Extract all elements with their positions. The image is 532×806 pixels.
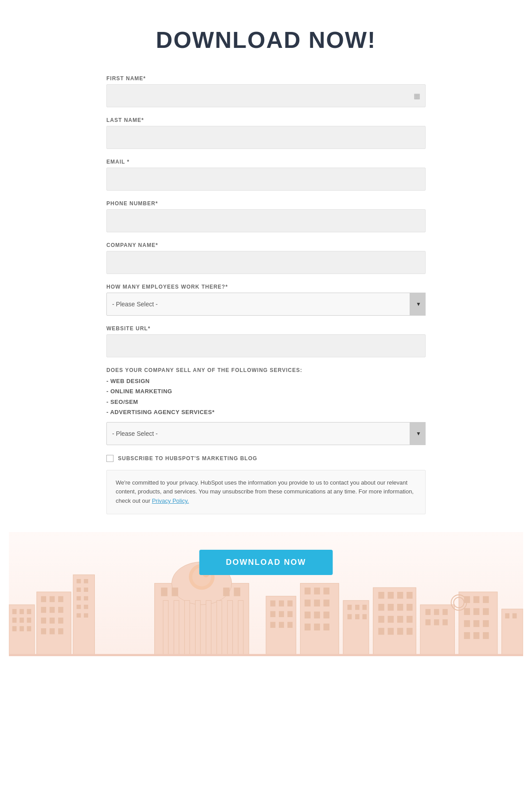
svg-rect-105 bbox=[434, 619, 439, 626]
last-name-input[interactable] bbox=[106, 126, 426, 149]
svg-rect-23 bbox=[58, 628, 63, 634]
svg-rect-116 bbox=[483, 620, 489, 627]
last-name-group: LAST NAME* bbox=[106, 117, 426, 149]
svg-rect-33 bbox=[77, 613, 81, 618]
svg-rect-61 bbox=[279, 622, 284, 628]
svg-rect-103 bbox=[442, 609, 448, 615]
svg-rect-81 bbox=[355, 614, 360, 619]
svg-rect-31 bbox=[77, 605, 81, 609]
svg-rect-115 bbox=[473, 620, 480, 627]
phone-input[interactable] bbox=[106, 209, 426, 232]
svg-rect-57 bbox=[270, 611, 276, 617]
svg-rect-18 bbox=[41, 618, 47, 624]
svg-rect-44 bbox=[196, 600, 201, 656]
employees-select[interactable]: - Please Select - 1-10 11-25 26-50 51-10… bbox=[106, 293, 426, 316]
svg-rect-50 bbox=[172, 587, 178, 596]
company-input[interactable] bbox=[106, 251, 426, 274]
svg-rect-110 bbox=[483, 596, 489, 603]
svg-rect-34 bbox=[84, 613, 88, 618]
svg-rect-109 bbox=[473, 596, 480, 603]
svg-rect-16 bbox=[50, 607, 55, 613]
employees-group: HOW MANY EMPLOYEES WORK THERE?* - Please… bbox=[106, 284, 426, 316]
svg-rect-17 bbox=[58, 607, 63, 613]
download-now-button[interactable]: DOWNLOAD NOW bbox=[200, 550, 333, 575]
svg-rect-5 bbox=[12, 618, 17, 623]
svg-rect-99 bbox=[407, 628, 413, 634]
first-name-group: FIRST NAME* ▦ bbox=[106, 75, 426, 107]
svg-rect-98 bbox=[397, 628, 403, 634]
svg-rect-48 bbox=[238, 600, 243, 656]
svg-rect-84 bbox=[378, 592, 384, 599]
svg-rect-15 bbox=[41, 607, 47, 613]
svg-rect-94 bbox=[397, 616, 403, 622]
first-name-label: FIRST NAME* bbox=[106, 75, 426, 82]
svg-rect-6 bbox=[20, 618, 24, 623]
svg-rect-89 bbox=[388, 604, 394, 610]
svg-rect-14 bbox=[58, 596, 63, 603]
svg-rect-25 bbox=[77, 579, 81, 583]
svg-rect-60 bbox=[270, 622, 276, 628]
svg-rect-123 bbox=[9, 654, 523, 656]
svg-rect-114 bbox=[464, 620, 470, 627]
svg-rect-93 bbox=[388, 616, 394, 622]
svg-rect-86 bbox=[397, 592, 403, 599]
svg-rect-49 bbox=[161, 587, 168, 596]
card-icon: ▦ bbox=[414, 92, 420, 100]
svg-rect-121 bbox=[505, 613, 509, 618]
svg-rect-13 bbox=[50, 596, 55, 603]
svg-rect-20 bbox=[58, 618, 63, 624]
services-group: DOES YOUR COMPANY SELL ANY OF THE FOLLOW… bbox=[106, 367, 426, 445]
form-container: FIRST NAME* ▦ LAST NAME* EMAIL * PHONE N… bbox=[106, 75, 426, 528]
email-input[interactable] bbox=[106, 168, 426, 191]
svg-rect-85 bbox=[388, 592, 394, 599]
svg-rect-10 bbox=[27, 626, 31, 631]
subscribe-checkbox[interactable] bbox=[106, 455, 113, 462]
svg-rect-19 bbox=[50, 618, 55, 624]
svg-rect-75 bbox=[324, 623, 330, 630]
email-label: EMAIL * bbox=[106, 159, 426, 165]
svg-rect-66 bbox=[324, 587, 330, 594]
services-select[interactable]: - Please Select - Yes No bbox=[106, 422, 426, 445]
svg-rect-32 bbox=[84, 605, 88, 609]
website-label: WEBSITE URL* bbox=[106, 325, 426, 332]
page-title: DOWNLOAD NOW! bbox=[156, 27, 376, 53]
svg-rect-42 bbox=[174, 600, 179, 656]
svg-rect-62 bbox=[287, 622, 293, 628]
subscribe-label: SUBSCRIBE TO HUBSPOT'S MARKETING BLOG bbox=[118, 455, 257, 462]
svg-rect-72 bbox=[324, 611, 330, 618]
phone-group: PHONE NUMBER* bbox=[106, 200, 426, 232]
svg-rect-73 bbox=[305, 623, 311, 630]
svg-rect-74 bbox=[314, 623, 320, 630]
svg-rect-4 bbox=[27, 609, 31, 614]
svg-rect-8 bbox=[12, 626, 17, 631]
website-group: WEBSITE URL* bbox=[106, 325, 426, 357]
svg-rect-24 bbox=[73, 575, 94, 656]
website-input[interactable] bbox=[106, 334, 426, 357]
svg-rect-21 bbox=[41, 628, 47, 634]
svg-rect-12 bbox=[41, 596, 47, 603]
svg-rect-97 bbox=[388, 628, 394, 634]
svg-rect-52 bbox=[234, 587, 241, 596]
svg-rect-113 bbox=[483, 608, 489, 615]
svg-rect-65 bbox=[314, 587, 320, 594]
svg-rect-47 bbox=[227, 600, 233, 656]
svg-rect-118 bbox=[473, 632, 480, 639]
email-group: EMAIL * bbox=[106, 159, 426, 191]
svg-rect-46 bbox=[217, 600, 222, 656]
phone-label: PHONE NUMBER* bbox=[106, 200, 426, 207]
employees-label: HOW MANY EMPLOYEES WORK THERE?* bbox=[106, 284, 426, 290]
svg-rect-119 bbox=[483, 632, 489, 639]
svg-rect-104 bbox=[426, 619, 431, 626]
privacy-policy-link[interactable]: Privacy Policy. bbox=[152, 497, 189, 504]
svg-rect-67 bbox=[305, 599, 311, 606]
svg-rect-56 bbox=[287, 600, 293, 606]
download-button-wrapper: DOWNLOAD NOW bbox=[200, 550, 333, 575]
company-group: COMPANY NAME* bbox=[106, 242, 426, 274]
subscribe-row: SUBSCRIBE TO HUBSPOT'S MARKETING BLOG bbox=[106, 455, 426, 462]
last-name-label: LAST NAME* bbox=[106, 117, 426, 123]
service-item-1: - WEB DESIGN bbox=[106, 376, 426, 386]
page-wrapper: DOWNLOAD NOW! FIRST NAME* ▦ LAST NAME* E… bbox=[0, 0, 532, 806]
first-name-input[interactable] bbox=[106, 84, 426, 107]
svg-rect-27 bbox=[77, 587, 81, 592]
svg-rect-87 bbox=[407, 592, 413, 599]
